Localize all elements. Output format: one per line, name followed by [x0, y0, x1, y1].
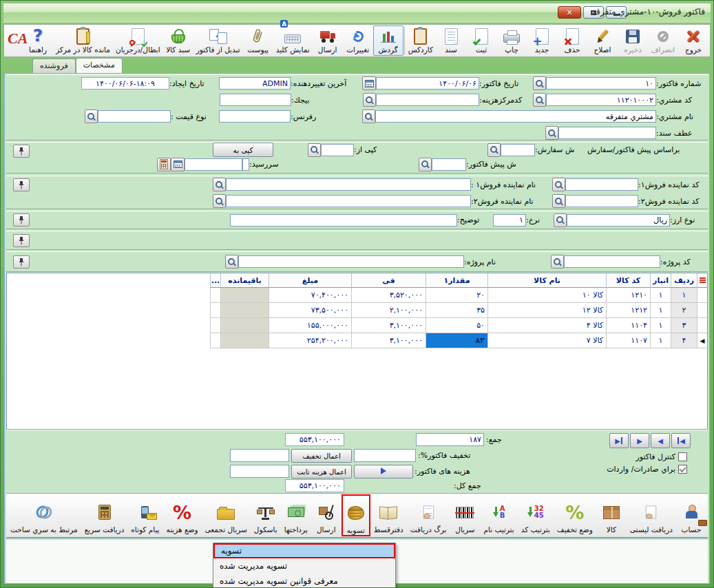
cell-radif[interactable]: ۴: [671, 333, 697, 348]
currency-field[interactable]: [567, 214, 670, 227]
voucher-button[interactable]: سند: [436, 25, 466, 56]
col-header-name[interactable]: نام کالا: [487, 273, 606, 288]
col-header-code[interactable]: کد کالا: [606, 273, 650, 288]
pin-button[interactable]: [13, 145, 30, 158]
convert-invoice-button[interactable]: تبدیل از فاکتور: [193, 25, 243, 56]
table-row[interactable]: ۲ ۱ ۱۲۱۲ کالا ۱۲ ۳۵ ۲,۱۰۰,۰۰۰ ۷۳,۵۰۰,۰۰۰: [7, 303, 707, 318]
cancel-button[interactable]: انصراف: [648, 25, 678, 56]
nav-first-icon[interactable]: ◀: [671, 433, 691, 448]
cell-amount[interactable]: ۱۵۵,۰۰۰,۰۰۰: [269, 318, 351, 333]
cell-code[interactable]: ۱۲۱۰: [606, 288, 650, 303]
cell-qty[interactable]: ۳۵: [426, 303, 487, 318]
project-name-field[interactable]: [238, 255, 464, 268]
proforma-no-field[interactable]: [432, 158, 466, 171]
cell-remain[interactable]: [220, 288, 269, 303]
due-date-calculator-button[interactable]: [157, 158, 171, 171]
cell-dots[interactable]: [210, 333, 220, 348]
cell-name[interactable]: کالا ۱۰: [487, 288, 606, 303]
agent1-name-field[interactable]: [226, 178, 471, 191]
customer-name-field[interactable]: [375, 110, 656, 123]
delete-button[interactable]: حذف: [557, 25, 587, 56]
cell-anbar[interactable]: ۱: [650, 318, 671, 333]
col-header-radif[interactable]: ردیف: [671, 273, 697, 288]
table-row-current[interactable]: ◀ ۴ ۱ ۱۱۰۷ کالا ۷ ۸۲ ۳,۱۰۰,۰۰۰ ۲۵۴,۲۰۰,۰…: [7, 333, 707, 348]
agent2-code-field[interactable]: [565, 195, 638, 207]
discount-amount-field[interactable]: [230, 449, 289, 462]
agent2-code-lookup-button[interactable]: [552, 194, 565, 208]
bn-tag-button[interactable]: BN: [0, 494, 7, 536]
col-header-amount[interactable]: مبلغ: [269, 273, 351, 288]
stock-balance-button[interactable]: مانده کالا در مرکز: [53, 25, 113, 56]
serial-batch-button[interactable]: سریال تجمعی: [201, 494, 250, 536]
related-batch-button[interactable]: مرتبط به سري ساخت: [7, 494, 81, 536]
col-header-qty[interactable]: مقدار۱: [426, 273, 487, 288]
cost-center-lookup-button[interactable]: [363, 93, 376, 107]
changes-button[interactable]: تغییرات: [343, 25, 373, 56]
col-header-price[interactable]: فی: [351, 273, 426, 288]
cell-code[interactable]: ۱۱۰۴: [606, 318, 650, 333]
reference-field[interactable]: [219, 110, 291, 123]
col-header-anbar[interactable]: انبار: [650, 273, 671, 288]
agent2-name-field[interactable]: [226, 195, 471, 207]
menu-item-settlement[interactable]: تسویه: [213, 543, 395, 558]
price-type-field[interactable]: [98, 110, 171, 123]
copy-from-field[interactable]: [321, 144, 354, 156]
weighbridge-button[interactable]: باسکول: [251, 494, 281, 536]
proforma-no-lookup-button[interactable]: [419, 158, 432, 171]
note-field[interactable]: [230, 214, 457, 227]
doc-ref-field[interactable]: [558, 127, 656, 139]
nav-last-icon[interactable]: ▶: [609, 433, 629, 448]
invoice-no-lookup-button[interactable]: [533, 76, 546, 90]
due-date-calendar-button[interactable]: [171, 158, 185, 171]
settlement-button[interactable]: تسویه: [342, 494, 370, 536]
cell-remain[interactable]: [220, 333, 269, 348]
table-row[interactable]: ۳ ۱ ۱۱۰۴ کالا ۴ ۵۰ ۳,۱۰۰,۰۰۰ ۱۵۵,۰۰۰,۰۰۰: [7, 318, 707, 333]
cell-code[interactable]: ۱۱۰۷: [606, 333, 650, 348]
void-inprogress-button[interactable]: ابطال/درجریان: [113, 25, 163, 56]
new-button[interactable]: +جدید: [527, 25, 557, 56]
cost-status-button[interactable]: %وضع هزینه: [163, 494, 202, 536]
cell-dots[interactable]: [210, 318, 220, 333]
agent1-name-lookup-button[interactable]: [213, 178, 226, 191]
goods-basket-button[interactable]: سبد کالا: [163, 25, 193, 56]
due-date-stub-field[interactable]: [242, 158, 249, 171]
nav-next-icon[interactable]: ▶: [630, 433, 649, 448]
cell-price[interactable]: ۲,۱۰۰,۰۰۰: [351, 303, 426, 318]
invoice-date-calendar-button[interactable]: [362, 76, 376, 90]
cell-name[interactable]: کالا ۱۲: [487, 303, 606, 318]
cell-code[interactable]: ۱۲۱۲: [606, 303, 650, 318]
tab-seller[interactable]: فروشنده: [32, 59, 76, 73]
serial-button[interactable]: سریال: [450, 494, 480, 536]
project-name-lookup-button[interactable]: [225, 255, 238, 269]
agent1-code-lookup-button[interactable]: [552, 178, 565, 191]
cell-qty[interactable]: ۵۰: [426, 318, 487, 333]
project-code-lookup-button[interactable]: [551, 255, 564, 269]
receipt-sheet-button[interactable]: برگ دریافت: [407, 494, 450, 536]
col-header-dots[interactable]: ...: [210, 273, 220, 288]
cell-remain[interactable]: [220, 303, 269, 318]
close-icon[interactable]: ✕: [558, 6, 581, 19]
copy-to-button[interactable]: کپی به: [213, 143, 273, 157]
pin-button[interactable]: [13, 234, 30, 247]
order-no-lookup-button[interactable]: [487, 143, 501, 157]
payments-button[interactable]: پرداختها: [281, 494, 311, 536]
sum-qty-field[interactable]: [416, 433, 484, 446]
turnover-button[interactable]: گردش: [373, 25, 403, 56]
bijak-field[interactable]: [220, 94, 291, 106]
cell-dots[interactable]: [210, 288, 220, 303]
customer-name-lookup-button[interactable]: [362, 109, 375, 123]
tab-specs[interactable]: مشخصات: [76, 58, 123, 73]
cell-price[interactable]: ۳,۱۰۰,۰۰۰: [351, 333, 426, 348]
export-import-checkbox[interactable]: براي صادرات/ واردات: [607, 465, 687, 474]
cell-name[interactable]: کالا ۷: [487, 333, 606, 348]
sort-by-code-button[interactable]: 3245بترتیب کد: [518, 494, 554, 536]
cell-radif[interactable]: ۳: [671, 318, 697, 333]
nav-prev-icon[interactable]: ◀: [651, 433, 670, 448]
items-grid[interactable]: ردیف انبار کد کالا نام کالا مقدار۱ فی مب…: [6, 273, 708, 430]
invoice-costs-button[interactable]: [354, 465, 413, 479]
pin-button[interactable]: [13, 213, 30, 227]
order-no-field[interactable]: [501, 144, 535, 156]
sort-by-name-button[interactable]: ABبترتیب نام: [480, 494, 517, 536]
doc-ref-lookup-button[interactable]: [545, 126, 558, 140]
discount-percent-field[interactable]: [354, 449, 416, 462]
